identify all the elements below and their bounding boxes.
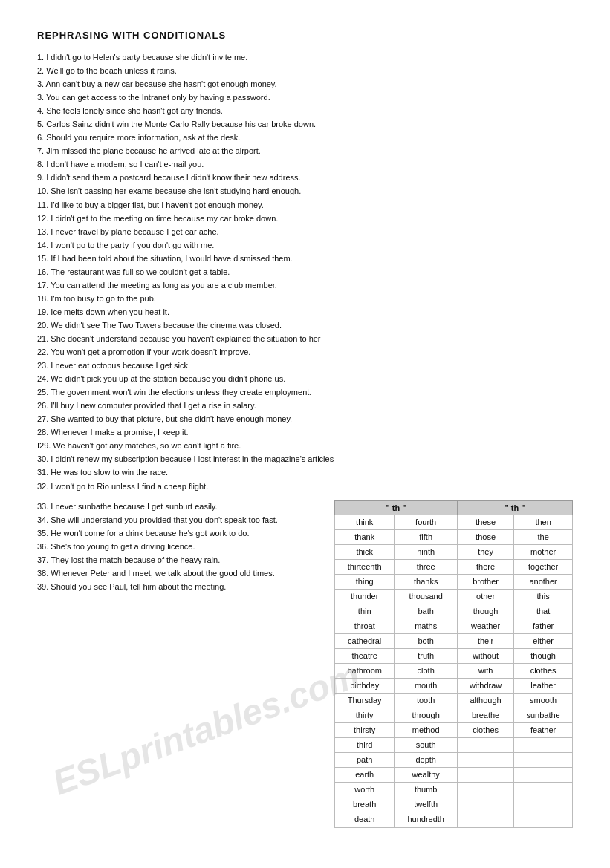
table-cell: another xyxy=(514,574,573,589)
table-cell: breath xyxy=(335,797,395,812)
table-cell xyxy=(514,768,573,783)
table-cell: father xyxy=(514,619,573,633)
table-cell: through xyxy=(395,708,458,723)
sentence-item: 35. He won't come for a drink because he… xyxy=(37,527,327,540)
table-cell: together xyxy=(514,559,573,574)
table-cell: breathe xyxy=(457,708,513,723)
table-cell: mother xyxy=(514,544,573,559)
table-cell: thumb xyxy=(395,783,458,797)
table-row: theatretruthwithoutthough xyxy=(335,648,573,663)
table-cell: three xyxy=(395,559,458,574)
table-cell xyxy=(457,797,513,812)
table-row: throatmathsweatherfather xyxy=(335,619,573,633)
table-cell: leather xyxy=(514,679,573,694)
table-cell: there xyxy=(457,559,513,574)
table-cell: thirty xyxy=(335,708,395,723)
table-cell: ninth xyxy=(395,544,458,559)
table-row: thinkfourththesethen xyxy=(335,515,573,529)
table-cell: worth xyxy=(335,783,395,797)
sentence-item: 20. We didn't see The Two Towers because… xyxy=(37,319,573,332)
sentence-item: 28. Whenever I make a promise, I keep it… xyxy=(37,426,573,439)
table-cell: mouth xyxy=(395,679,458,694)
table-cell: maths xyxy=(395,619,458,633)
sentence-item: 38. Whenever Peter and I meet, we talk a… xyxy=(37,567,327,580)
table-row: thinbaththoughthat xyxy=(335,604,573,619)
sentence-item: 27. She wanted to buy that picture, but … xyxy=(37,413,573,425)
table-cell: clothes xyxy=(457,723,513,738)
table-cell: bathroom xyxy=(335,664,395,679)
sentence-item: 34. She will understand you provided tha… xyxy=(37,514,327,526)
table-cell: thank xyxy=(335,529,395,544)
table-cell: tooth xyxy=(395,694,458,708)
table-cell: birthday xyxy=(335,679,395,694)
table-cell: cathedral xyxy=(335,633,395,648)
table-row: deathhundredth xyxy=(335,812,573,827)
sentence-item: 37. They lost the match because of the h… xyxy=(37,554,327,567)
table-cell: south xyxy=(395,738,458,753)
th-table: " th " " th " thinkfourththesethenthankf… xyxy=(334,500,573,828)
table-cell xyxy=(514,812,573,827)
table-cell: though xyxy=(514,648,573,663)
table-row: earthwealthy xyxy=(335,768,573,783)
table-cell: feather xyxy=(514,723,573,738)
table-cell: brother xyxy=(457,574,513,589)
table-cell: Thursday xyxy=(335,694,395,708)
table-cell: path xyxy=(335,753,395,768)
table-cell: these xyxy=(457,515,513,529)
sentence-item: 32. I won't go to Rio unless I find a ch… xyxy=(37,480,573,493)
sentence-item: 26. I'll buy I new computer provided tha… xyxy=(37,399,573,412)
table-cell: their xyxy=(457,633,513,648)
table-cell: those xyxy=(457,529,513,544)
table-cell: thirteenth xyxy=(335,559,395,574)
table-cell: the xyxy=(514,529,573,544)
sentence-item: 22. You won't get a promotion if your wo… xyxy=(37,346,573,359)
table-cell xyxy=(514,738,573,753)
table-cell: bath xyxy=(395,604,458,619)
table-cell: weather xyxy=(457,619,513,633)
table-cell: this xyxy=(514,589,573,604)
table-cell: cloth xyxy=(395,664,458,679)
table-cell: thin xyxy=(335,604,395,619)
table-cell xyxy=(514,753,573,768)
header-right: " th " xyxy=(457,500,572,515)
table-row: thankfifththosethe xyxy=(335,529,573,544)
sentence-item: 11. I'd like to buy a bigger flat, but I… xyxy=(37,199,573,212)
sentence-item: 36. She's too young to get a driving lic… xyxy=(37,541,327,553)
th-table-container: " th " " th " thinkfourththesethenthankf… xyxy=(334,500,573,828)
table-cell xyxy=(514,797,573,812)
table-cell: withdraw xyxy=(457,679,513,694)
table-cell xyxy=(457,783,513,797)
table-cell: both xyxy=(395,633,458,648)
table-row: breathtwelfth xyxy=(335,797,573,812)
table-row: cathedralboththeireither xyxy=(335,633,573,648)
sentence-item: 17. You can attend the meeting as long a… xyxy=(37,279,573,292)
table-row: thirtythroughbreathesunbathe xyxy=(335,708,573,723)
table-cell: thirsty xyxy=(335,723,395,738)
table-cell: sunbathe xyxy=(514,708,573,723)
table-cell: method xyxy=(395,723,458,738)
sentence-item: 7. Jim missed the plane because he arriv… xyxy=(37,145,573,157)
sentence-item: 31. He was too slow to win the race. xyxy=(37,466,573,479)
sentence-item: 15. If I had been told about the situati… xyxy=(37,252,573,265)
table-cell: truth xyxy=(395,648,458,663)
table-cell: throat xyxy=(335,619,395,633)
table-cell xyxy=(457,812,513,827)
sentence-item: 19. Ice melts down when you heat it. xyxy=(37,306,573,319)
sentence-item: 9. I didn't send them a postcard because… xyxy=(37,172,573,184)
table-cell xyxy=(514,783,573,797)
sentence-item: 30. I didn't renew my subscription becau… xyxy=(37,453,573,466)
sentence-item: 39. Should you see Paul, tell him about … xyxy=(37,581,327,593)
table-cell: thunder xyxy=(335,589,395,604)
table-cell: without xyxy=(457,648,513,663)
table-cell: other xyxy=(457,589,513,604)
sentence-item: 25. The government won't win the electio… xyxy=(37,386,573,399)
table-row: thickninththeymother xyxy=(335,544,573,559)
table-cell: thousand xyxy=(395,589,458,604)
table-cell: either xyxy=(514,633,573,648)
table-cell: smooth xyxy=(514,694,573,708)
sentence-item: 6. Should you require more information, … xyxy=(37,131,573,144)
table-cell: thanks xyxy=(395,574,458,589)
table-cell: with xyxy=(457,664,513,679)
table-cell: clothes xyxy=(514,664,573,679)
table-row: thirstymethodclothesfeather xyxy=(335,723,573,738)
